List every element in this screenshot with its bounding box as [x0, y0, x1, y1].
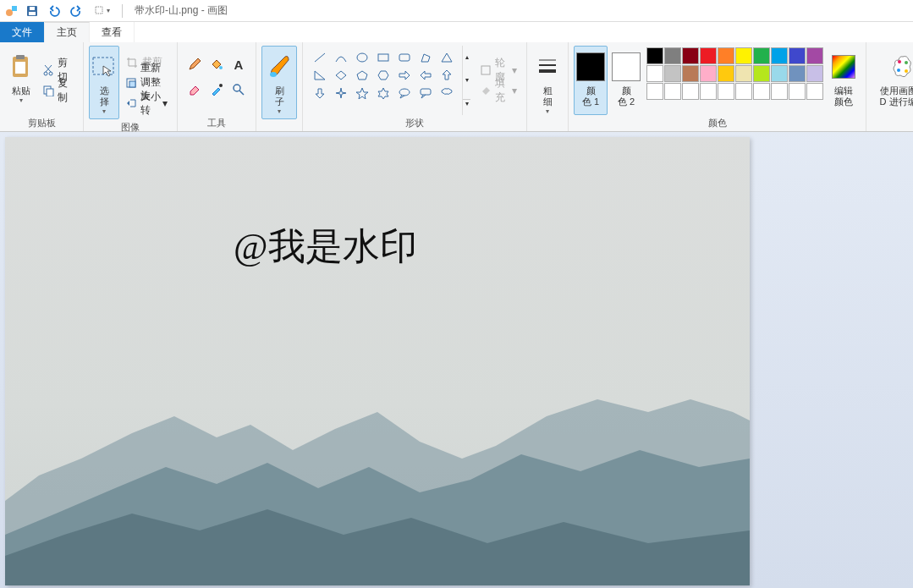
shape-star6[interactable]	[373, 85, 393, 102]
qa-save-icon[interactable]	[24, 3, 41, 19]
tool-color-picker[interactable]	[206, 78, 227, 102]
shape-rect[interactable]	[373, 49, 393, 66]
shape-triangle[interactable]	[437, 49, 457, 66]
svg-point-9	[44, 72, 47, 75]
canvas[interactable]: @我是水印	[5, 137, 750, 585]
color-palette	[645, 46, 825, 115]
shape-callout-rect[interactable]	[415, 85, 436, 102]
select-button[interactable]: 选 择 ▾	[89, 46, 119, 119]
rotate-button[interactable]: 旋转 ▾	[121, 94, 172, 113]
tool-fill[interactable]	[206, 52, 227, 76]
color2-button[interactable]: 颜 色 2	[609, 46, 643, 115]
paste-button[interactable]: 粘贴 ▾	[5, 46, 36, 115]
tab-view[interactable]: 查看	[90, 22, 135, 42]
shape-arrow-left[interactable]	[415, 67, 436, 84]
svg-point-19	[270, 72, 277, 77]
color-swatch[interactable]	[806, 65, 823, 82]
group-paint3d: 使用画图 3 D 进行编辑	[866, 42, 913, 131]
edit-colors-icon	[832, 55, 855, 79]
size-button[interactable]: 粗 细 ▾	[532, 46, 563, 119]
color-swatch[interactable]	[682, 65, 699, 82]
brushes-button[interactable]: 刷 子 ▾	[261, 46, 297, 119]
shape-star5[interactable]	[352, 85, 372, 102]
shape-curve[interactable]	[331, 49, 351, 66]
shape-callout-cloud[interactable]	[437, 85, 457, 102]
shape-polygon[interactable]	[415, 49, 436, 66]
group-size-label	[532, 119, 563, 131]
tool-text[interactable]: A	[228, 52, 249, 76]
shape-oval[interactable]	[352, 49, 372, 66]
app-icon	[5, 4, 19, 18]
shape-pentagon[interactable]	[352, 67, 372, 84]
color-swatch[interactable]	[789, 47, 806, 64]
color-swatch[interactable]	[806, 83, 823, 100]
tool-pencil[interactable]	[184, 52, 205, 76]
size-label: 粗 细	[543, 85, 553, 107]
qa-customize-dropdown[interactable]: ▾	[90, 3, 115, 19]
color-swatch[interactable]	[806, 47, 823, 64]
color-swatch[interactable]	[753, 65, 770, 82]
paint3d-button[interactable]: 使用画图 3 D 进行编辑	[872, 46, 913, 118]
color-swatch[interactable]	[735, 65, 752, 82]
chevron-down-icon: ▾	[546, 107, 549, 115]
color-swatch[interactable]	[789, 65, 806, 82]
svg-rect-5	[96, 7, 102, 14]
shapes-gallery[interactable]	[308, 46, 459, 115]
shape-hexagon[interactable]	[373, 67, 393, 84]
color1-button[interactable]: 颜 色 1	[574, 46, 608, 115]
color-swatch[interactable]	[771, 83, 788, 100]
shape-arrow-up[interactable]	[437, 67, 457, 84]
copy-button[interactable]: 复制	[38, 81, 78, 100]
fill-button[interactable]: 填充 ▾	[476, 81, 521, 100]
color-swatch[interactable]	[646, 47, 663, 64]
color-swatch[interactable]	[718, 83, 734, 100]
color-swatch[interactable]	[700, 65, 717, 82]
color-swatch[interactable]	[753, 83, 770, 100]
color-swatch[interactable]	[789, 83, 806, 100]
group-size: 粗 细 ▾	[527, 42, 569, 131]
fill-label: 填充	[495, 76, 509, 105]
edit-colors-button[interactable]: 编辑 颜色	[827, 46, 861, 115]
tab-file[interactable]: 文件	[0, 22, 45, 42]
paint3d-label: 使用画图 3 D 进行编辑	[880, 85, 914, 107]
color-swatch[interactable]	[646, 83, 663, 100]
color-swatch[interactable]	[664, 83, 681, 100]
color-swatch[interactable]	[682, 83, 699, 100]
shape-callout-round[interactable]	[394, 85, 415, 102]
color-swatch[interactable]	[700, 47, 717, 64]
shape-arrow-right[interactable]	[394, 67, 415, 84]
copy-icon	[42, 84, 54, 97]
color-swatch[interactable]	[700, 83, 717, 100]
shapes-scroll-up[interactable]: ▴	[463, 53, 470, 61]
tab-home[interactable]: 主页	[45, 22, 90, 42]
color-swatch[interactable]	[646, 65, 663, 82]
shapes-expand[interactable]: ▾	[463, 99, 470, 107]
group-shapes: ▴ ▾ ▾ 轮廓 ▾ 填充 ▾ 形状	[303, 42, 527, 131]
qa-redo-icon[interactable]	[68, 3, 85, 19]
tool-eraser[interactable]	[184, 78, 205, 102]
color-swatch[interactable]	[664, 65, 681, 82]
color-swatch[interactable]	[735, 83, 752, 100]
watermark-text: @我是水印	[234, 222, 417, 272]
shape-diamond[interactable]	[331, 67, 351, 84]
shape-line[interactable]	[310, 49, 330, 66]
brush-icon	[267, 50, 292, 84]
color-swatch[interactable]	[718, 65, 734, 82]
svg-rect-3	[29, 12, 36, 15]
tool-magnifier[interactable]	[228, 78, 249, 102]
qa-undo-icon[interactable]	[46, 3, 63, 19]
color-swatch[interactable]	[735, 47, 752, 64]
shape-roundrect[interactable]	[394, 49, 415, 66]
shape-star4[interactable]	[331, 85, 351, 102]
group-brushes: 刷 子 ▾	[256, 42, 303, 131]
svg-rect-7	[16, 55, 25, 59]
shapes-scroll-down[interactable]: ▾	[463, 76, 470, 84]
color-swatch[interactable]	[718, 47, 734, 64]
color-swatch[interactable]	[771, 65, 788, 82]
color-swatch[interactable]	[682, 47, 699, 64]
shape-arrow-down[interactable]	[310, 85, 330, 102]
color-swatch[interactable]	[771, 47, 788, 64]
color-swatch[interactable]	[664, 47, 681, 64]
color-swatch[interactable]	[753, 47, 770, 64]
shape-right-triangle[interactable]	[310, 67, 330, 84]
